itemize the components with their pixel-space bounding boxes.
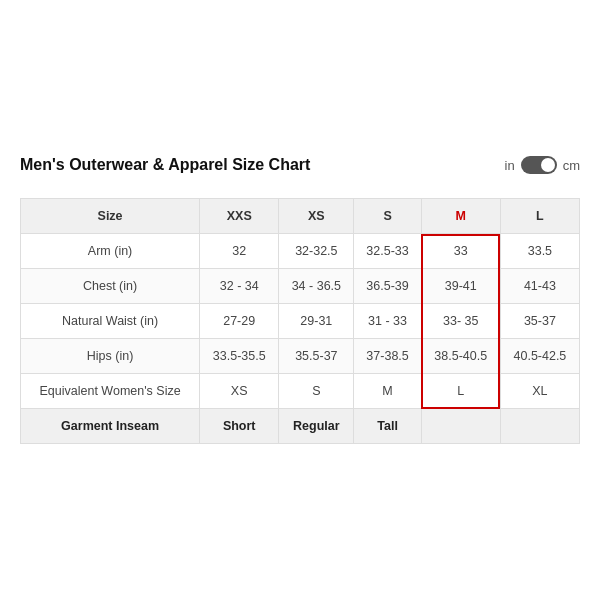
cell-chest-s: 36.5-39	[354, 269, 421, 304]
table-header-row: Size XXS XS S M L	[21, 199, 580, 234]
cell-hips-m: 38.5-40.5	[421, 339, 500, 374]
cell-hips-xxs: 33.5-35.5	[200, 339, 279, 374]
cell-equiv-xs: S	[279, 374, 354, 409]
col-header-xs: XS	[279, 199, 354, 234]
cell-chest-l: 41-43	[500, 269, 579, 304]
cell-arm-size: Arm (in)	[21, 234, 200, 269]
cell-chest-xxs: 32 - 34	[200, 269, 279, 304]
col-header-size: Size	[21, 199, 200, 234]
cell-equiv-m: L	[421, 374, 500, 409]
cell-equiv-l: XL	[500, 374, 579, 409]
cell-garment-short: Short	[200, 409, 279, 444]
table-row: Hips (in) 33.5-35.5 35.5-37 37-38.5 38.5…	[21, 339, 580, 374]
cell-arm-m: 33	[421, 234, 500, 269]
col-header-xxs: XXS	[200, 199, 279, 234]
chart-title: Men's Outerwear & Apparel Size Chart	[20, 156, 310, 174]
cell-garment-label: Garment Inseam	[21, 409, 200, 444]
cell-equiv-s: M	[354, 374, 421, 409]
garment-inseam-row: Garment Inseam Short Regular Tall	[21, 409, 580, 444]
cell-hips-s: 37-38.5	[354, 339, 421, 374]
table-row: Arm (in) 32 32-32.5 32.5-33 33 33.5	[21, 234, 580, 269]
cell-equiv-xxs: XS	[200, 374, 279, 409]
cell-chest-xs: 34 - 36.5	[279, 269, 354, 304]
chart-header: Men's Outerwear & Apparel Size Chart in …	[20, 156, 580, 174]
cell-arm-l: 33.5	[500, 234, 579, 269]
cell-chest-size: Chest (in)	[21, 269, 200, 304]
size-chart-container: Men's Outerwear & Apparel Size Chart in …	[20, 136, 580, 464]
cell-waist-s: 31 - 33	[354, 304, 421, 339]
cell-garment-regular: Regular	[279, 409, 354, 444]
cell-arm-xs: 32-32.5	[279, 234, 354, 269]
cell-garment-tall: Tall	[354, 409, 421, 444]
table-row: Equivalent Women's Size XS S M L XL	[21, 374, 580, 409]
cell-chest-m: 39-41	[421, 269, 500, 304]
col-header-m: M	[421, 199, 500, 234]
cell-waist-size: Natural Waist (in)	[21, 304, 200, 339]
cell-hips-size: Hips (in)	[21, 339, 200, 374]
table-row: Chest (in) 32 - 34 34 - 36.5 36.5-39 39-…	[21, 269, 580, 304]
unit-toggle-switch[interactable]	[521, 156, 557, 174]
cell-equiv-size: Equivalent Women's Size	[21, 374, 200, 409]
cell-hips-l: 40.5-42.5	[500, 339, 579, 374]
cell-arm-xxs: 32	[200, 234, 279, 269]
col-header-s: S	[354, 199, 421, 234]
unit-in-label: in	[505, 158, 515, 173]
unit-cm-label: cm	[563, 158, 580, 173]
cell-waist-xs: 29-31	[279, 304, 354, 339]
cell-waist-m: 33- 35	[421, 304, 500, 339]
table-row: Natural Waist (in) 27-29 29-31 31 - 33 3…	[21, 304, 580, 339]
size-table: Size XXS XS S M L Arm (in) 32 32-32.5 32…	[20, 198, 580, 444]
cell-waist-l: 35-37	[500, 304, 579, 339]
unit-toggle-group[interactable]: in cm	[505, 156, 580, 174]
col-header-l: L	[500, 199, 579, 234]
cell-hips-xs: 35.5-37	[279, 339, 354, 374]
cell-garment-l	[500, 409, 579, 444]
cell-garment-m	[421, 409, 500, 444]
cell-arm-s: 32.5-33	[354, 234, 421, 269]
cell-waist-xxs: 27-29	[200, 304, 279, 339]
